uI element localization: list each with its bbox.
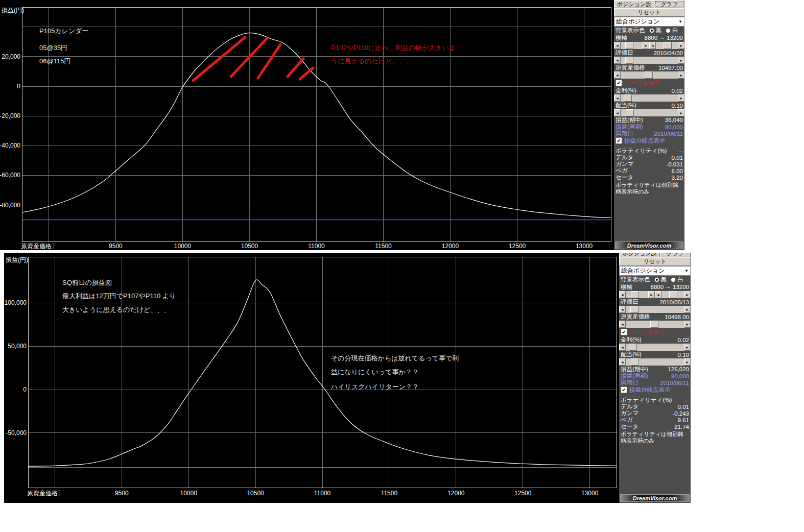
- bg-black-label: 黒: [656, 27, 662, 34]
- reset-button[interactable]: リセット: [619, 257, 691, 266]
- top-chart-canvas[interactable]: 20,0000-20,000-40,000-60,000-80,00095001…: [0, 0, 615, 250]
- scrollbar-track[interactable]: [626, 291, 648, 298]
- rate-scrollbar-row: ◄ ►: [619, 344, 691, 351]
- left-arrow-icon[interactable]: ◄: [619, 291, 626, 298]
- scrollbar-thumb[interactable]: [626, 109, 634, 116]
- y-tick-label: 50,000: [8, 343, 27, 350]
- position-type-select[interactable]: 総合ポジション ▼: [614, 17, 684, 27]
- dividend-scrollbar[interactable]: ◄ ►: [614, 109, 684, 116]
- breakeven-row: ✔ 損益分岐点表示: [619, 386, 691, 394]
- scrollbar-thumb[interactable]: [650, 321, 658, 328]
- scrollbar-thumb[interactable]: [664, 42, 672, 49]
- xaxis-max-scrollbar[interactable]: ◄ ►: [649, 42, 684, 49]
- bg-white-radio[interactable]: [666, 28, 671, 33]
- right-arrow-icon[interactable]: ►: [678, 57, 684, 64]
- breakeven-checkbox[interactable]: ✔: [616, 137, 622, 144]
- scrollbar-thumb[interactable]: [645, 71, 653, 79]
- bottom-chart-canvas[interactable]: 100,00050,0000-50,0009500100001050011000…: [4, 253, 619, 503]
- left-arrow-icon[interactable]: ◄: [614, 109, 621, 116]
- left-arrow-icon[interactable]: ◄: [619, 321, 626, 328]
- left-arrow-icon[interactable]: ◄: [614, 94, 621, 102]
- bg-black-radio[interactable]: [654, 277, 659, 282]
- scrollbar-track[interactable]: [626, 344, 684, 351]
- scrollbar-track[interactable]: [621, 42, 643, 49]
- xaxis-max-scrollbar[interactable]: ◄ ►: [655, 291, 691, 298]
- position-type-select[interactable]: 総合ポジション ▼: [619, 266, 691, 276]
- scrollbar-track[interactable]: [661, 291, 684, 298]
- scrollbar-track[interactable]: [621, 71, 678, 79]
- eval-date-scrollbar-row: ◄ ►: [614, 57, 684, 64]
- x-tick-label: 13000: [576, 243, 593, 250]
- rate-scrollbar[interactable]: ◄ ►: [614, 94, 684, 102]
- rate-scrollbar[interactable]: ◄ ►: [619, 344, 691, 351]
- scrollbar-track[interactable]: [626, 358, 684, 366]
- scrollbar-track[interactable]: [626, 306, 684, 313]
- scrollbar-track[interactable]: [626, 321, 684, 328]
- left-arrow-icon[interactable]: ◄: [614, 71, 621, 79]
- right-arrow-icon[interactable]: ►: [678, 71, 684, 79]
- left-arrow-icon[interactable]: ◄: [619, 344, 626, 351]
- cursor-display-row: ✔ カーソル表示: [614, 79, 684, 87]
- scrollbar-thumb[interactable]: [669, 291, 677, 298]
- left-arrow-icon[interactable]: ◄: [614, 42, 621, 49]
- bg-black-label: 黒: [661, 276, 667, 283]
- vega-row: ベガ 6.00: [614, 167, 684, 174]
- right-arrow-icon[interactable]: ►: [643, 42, 649, 49]
- right-arrow-icon[interactable]: ►: [684, 358, 691, 366]
- pl-expiry-label: 損益(満期): [621, 373, 648, 379]
- scrollbar-thumb[interactable]: [624, 94, 632, 102]
- tab-graph[interactable]: グラフ: [660, 253, 691, 257]
- bg-white-radio[interactable]: [671, 277, 676, 282]
- dividend-value: 0.10: [672, 103, 683, 109]
- scrollbar-thumb[interactable]: [625, 57, 633, 64]
- right-arrow-icon[interactable]: ►: [684, 321, 691, 328]
- top-chart-area: 20,0000-20,000-40,000-60,000-80,00095001…: [0, 0, 615, 250]
- right-arrow-icon[interactable]: ►: [678, 94, 684, 102]
- volatility-value: --: [679, 148, 683, 154]
- scrollbar-track[interactable]: [656, 42, 678, 49]
- right-arrow-icon[interactable]: ►: [678, 42, 684, 49]
- x-tick-label: 9500: [109, 243, 123, 250]
- vega-value: 9.61: [678, 417, 689, 423]
- breakeven-checkbox[interactable]: ✔: [621, 386, 627, 393]
- dividend-label: 配当(%): [621, 351, 642, 358]
- scrollbar-thumb[interactable]: [631, 358, 639, 366]
- underlying-scrollbar[interactable]: ◄ ►: [614, 71, 684, 79]
- right-arrow-icon[interactable]: ►: [684, 306, 691, 313]
- right-arrow-icon[interactable]: ►: [678, 109, 684, 116]
- eval-date-scrollbar[interactable]: ◄ ►: [619, 306, 691, 313]
- tab-position-settings[interactable]: ポジション設定: [614, 0, 654, 8]
- bg-black-radio[interactable]: [649, 28, 654, 33]
- right-arrow-icon[interactable]: ►: [684, 291, 691, 298]
- tab-position-settings[interactable]: ポジション設定: [619, 253, 660, 257]
- left-arrow-icon[interactable]: ◄: [619, 358, 626, 366]
- underlying-scrollbar[interactable]: ◄ ►: [619, 321, 691, 328]
- scrollbar-thumb[interactable]: [625, 42, 633, 49]
- left-arrow-icon[interactable]: ◄: [614, 57, 621, 64]
- scrollbar-thumb[interactable]: [631, 291, 639, 298]
- right-arrow-icon[interactable]: ►: [648, 291, 655, 298]
- delta-value: 0.01: [672, 155, 683, 161]
- y-tick-label: -80,000: [0, 202, 20, 209]
- eval-date-scrollbar[interactable]: ◄ ►: [614, 57, 684, 64]
- scrollbar-thumb[interactable]: [629, 344, 637, 351]
- scrollbar-track[interactable]: [621, 109, 678, 116]
- left-arrow-icon[interactable]: ◄: [619, 306, 626, 313]
- left-arrow-icon[interactable]: ◄: [649, 42, 656, 49]
- xaxis-min-scrollbar[interactable]: ◄ ►: [619, 291, 655, 298]
- tab-graph[interactable]: グラフ: [654, 0, 684, 8]
- cursor-checkbox[interactable]: ✔: [616, 80, 622, 86]
- cursor-checkbox[interactable]: ✔: [621, 329, 627, 335]
- breakeven-label: 損益分岐点表示: [624, 137, 666, 144]
- xaxis-min-scrollbar[interactable]: ◄ ►: [614, 42, 649, 49]
- dividend-scrollbar[interactable]: ◄ ►: [619, 358, 691, 366]
- reset-button[interactable]: リセット: [614, 8, 684, 17]
- scrollbar-track[interactable]: [621, 94, 678, 102]
- left-arrow-icon[interactable]: ◄: [655, 291, 661, 298]
- theta-label: セータ: [616, 174, 633, 181]
- volatility-value: --: [685, 397, 689, 403]
- scrollbar-thumb[interactable]: [630, 306, 639, 313]
- scrollbar-track[interactable]: [621, 57, 678, 64]
- xaxis-row: 横軸 8800 ～ 13200: [614, 34, 684, 42]
- right-arrow-icon[interactable]: ►: [684, 344, 691, 351]
